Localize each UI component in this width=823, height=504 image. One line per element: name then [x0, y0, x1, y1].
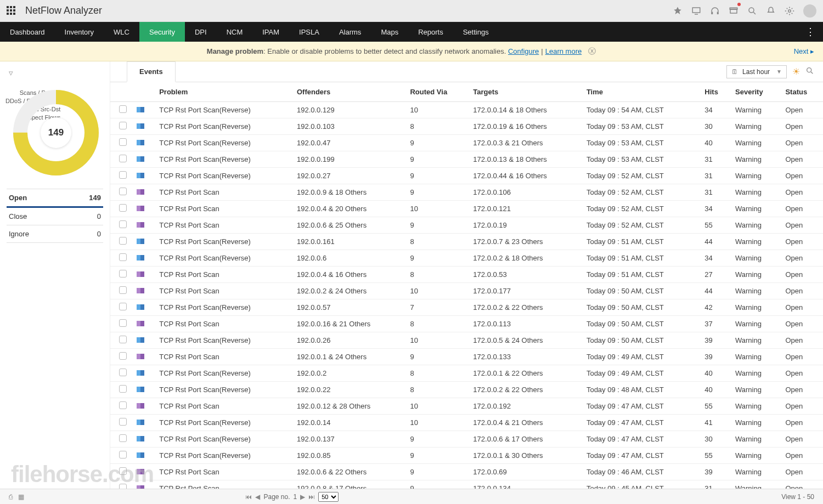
row-checkbox[interactable]	[119, 451, 127, 458]
row-checkbox[interactable]	[119, 385, 127, 393]
row-checkbox[interactable]	[119, 155, 127, 162]
table-row[interactable]: TCP Rst Port Scan(Reverse)192.0.0.577172…	[110, 299, 823, 316]
nav-dpi[interactable]: DPI	[185, 22, 217, 42]
nav-more-icon[interactable]: ⋮	[798, 26, 823, 38]
banner-next[interactable]: Next ▸	[794, 47, 814, 55]
row-checkbox[interactable]	[119, 352, 127, 360]
bell-icon[interactable]	[766, 6, 776, 16]
table-row[interactable]: TCP Rst Port Scan(Reverse)192.0.0.199917…	[110, 151, 823, 168]
status-ignore[interactable]: Ignore0	[7, 225, 103, 243]
row-checkbox[interactable]	[119, 303, 127, 310]
pager-last-icon[interactable]: ⏭	[308, 493, 315, 501]
configure-link[interactable]: Configure	[508, 47, 539, 55]
row-checkbox[interactable]	[119, 237, 127, 245]
search-icon[interactable]	[747, 6, 757, 16]
table-row[interactable]: TCP Rst Port Scan192.0.0.8 & 17 Others91…	[110, 480, 823, 489]
table-row[interactable]: TCP Rst Port Scan(Reverse)192.0.0.141017…	[110, 415, 823, 431]
pager-prev-icon[interactable]: ◀	[255, 493, 260, 501]
page-size-select[interactable]: 50	[318, 492, 339, 502]
nav-ipam[interactable]: IPAM	[252, 22, 289, 42]
status-close[interactable]: Close0	[7, 208, 103, 225]
gift-icon[interactable]	[729, 5, 739, 15]
columns-icon[interactable]: ▦	[18, 493, 24, 501]
table-search-icon[interactable]	[805, 66, 814, 77]
row-checkbox[interactable]	[119, 204, 127, 212]
row-checkbox[interactable]	[119, 253, 127, 261]
table-row[interactable]: TCP Rst Port Scan(Reverse)192.0.0.69172.…	[110, 250, 823, 267]
nav-inventory[interactable]: Inventory	[55, 22, 104, 42]
table-row[interactable]: TCP Rst Port Scan192.0.0.4 & 16 Others81…	[110, 267, 823, 283]
row-checkbox[interactable]	[119, 122, 127, 129]
table-row[interactable]: TCP Rst Port Scan(Reverse)192.0.0.161817…	[110, 234, 823, 250]
nav-security[interactable]: Security	[139, 22, 185, 42]
row-checkbox[interactable]	[119, 105, 127, 113]
table-row[interactable]: TCP Rst Port Scan(Reverse)192.0.0.261017…	[110, 332, 823, 349]
table-row[interactable]: TCP Rst Port Scan192.0.0.12 & 28 Others1…	[110, 398, 823, 415]
nav-maps[interactable]: Maps	[371, 22, 408, 42]
nav-ipsla[interactable]: IPSLA	[289, 22, 329, 42]
table-row[interactable]: TCP Rst Port Scan192.0.0.6 & 22 Others91…	[110, 464, 823, 480]
row-checkbox[interactable]	[119, 286, 127, 294]
col-targets[interactable]: Targets	[469, 82, 582, 102]
status-open[interactable]: Open149	[7, 189, 103, 208]
problem-type-icon	[137, 107, 144, 112]
table-row[interactable]: TCP Rst Port Scan(Reverse)192.0.0.279172…	[110, 168, 823, 184]
pager-first-icon[interactable]: ⏮	[245, 493, 252, 501]
apps-grid-icon[interactable]	[7, 6, 16, 16]
problem-type-icon	[137, 403, 144, 409]
time-range-select[interactable]: 🗓 Last hour ▼	[726, 65, 787, 78]
row-checkbox[interactable]	[119, 418, 127, 426]
col-routed via[interactable]: Routed Via	[405, 82, 469, 102]
table-row[interactable]: TCP Rst Port Scan(Reverse)192.0.0.28172.…	[110, 365, 823, 382]
table-row[interactable]: TCP Rst Port Scan192.0.0.16 & 21 Others8…	[110, 316, 823, 332]
nav-dashboard[interactable]: Dashboard	[0, 22, 55, 42]
col-problem[interactable]: Problem	[155, 82, 292, 102]
table-row[interactable]: TCP Rst Port Scan(Reverse)192.0.0.859172…	[110, 448, 823, 464]
table-row[interactable]: TCP Rst Port Scan192.0.0.9 & 18 Others91…	[110, 184, 823, 201]
col-time[interactable]: Time	[582, 82, 700, 102]
col-offenders[interactable]: Offenders	[292, 82, 406, 102]
learn-more-link[interactable]: Learn more	[545, 47, 582, 55]
table-row[interactable]: TCP Rst Port Scan192.0.0.1 & 24 Others91…	[110, 349, 823, 365]
nav-settings[interactable]: Settings	[453, 22, 499, 42]
row-checkbox[interactable]	[119, 434, 127, 442]
banner-close-icon[interactable]: ⓧ	[588, 47, 596, 55]
col-status[interactable]: Status	[781, 82, 823, 102]
table-row[interactable]: TCP Rst Port Scan(Reverse)192.0.0.228172…	[110, 382, 823, 398]
table-row[interactable]: TCP Rst Port Scan192.0.0.6 & 25 Others91…	[110, 217, 823, 234]
monitor-icon[interactable]	[691, 6, 701, 16]
row-checkbox[interactable]	[119, 401, 127, 409]
row-checkbox[interactable]	[119, 369, 127, 376]
view-range: View 1 - 50	[781, 493, 814, 501]
row-checkbox[interactable]	[119, 336, 127, 343]
table-row[interactable]: TCP Rst Port Scan(Reverse)192.0.0.103817…	[110, 118, 823, 135]
headset-icon[interactable]	[710, 6, 720, 16]
col-severity[interactable]: Severity	[731, 82, 781, 102]
row-checkbox[interactable]	[119, 188, 127, 195]
rocket-icon[interactable]	[673, 6, 683, 16]
row-checkbox[interactable]	[119, 220, 127, 228]
avatar[interactable]	[803, 4, 816, 18]
col-hits[interactable]: Hits	[700, 82, 731, 102]
nav-reports[interactable]: Reports	[408, 22, 453, 42]
table-row[interactable]: TCP Rst Port Scan(Reverse)192.0.0.137917…	[110, 431, 823, 448]
tab-events[interactable]: Events	[127, 61, 176, 82]
nav-alarms[interactable]: Alarms	[329, 22, 371, 42]
table-row[interactable]: TCP Rst Port Scan192.0.0.2 & 24 Others10…	[110, 283, 823, 299]
filter-icon[interactable]: ▿	[7, 67, 103, 79]
nav-wlc[interactable]: WLC	[104, 22, 139, 42]
row-checkbox[interactable]	[119, 319, 127, 327]
row-checkbox[interactable]	[119, 467, 127, 475]
row-checkbox[interactable]	[119, 270, 127, 278]
pager-next-icon[interactable]: ▶	[300, 493, 305, 501]
table-row[interactable]: TCP Rst Port Scan(Reverse)192.0.0.479172…	[110, 135, 823, 151]
alert-settings-icon[interactable]: ☀	[792, 66, 800, 77]
row-checkbox[interactable]	[119, 138, 127, 146]
gear-icon[interactable]	[785, 6, 794, 16]
nav-ncm[interactable]: NCM	[217, 22, 253, 42]
row-checkbox[interactable]	[119, 171, 127, 179]
row-checkbox[interactable]	[119, 484, 127, 489]
export-icon[interactable]: ⎙	[9, 493, 13, 501]
table-row[interactable]: TCP Rst Port Scan(Reverse)192.0.0.129101…	[110, 102, 823, 118]
table-row[interactable]: TCP Rst Port Scan192.0.0.4 & 20 Others10…	[110, 201, 823, 217]
